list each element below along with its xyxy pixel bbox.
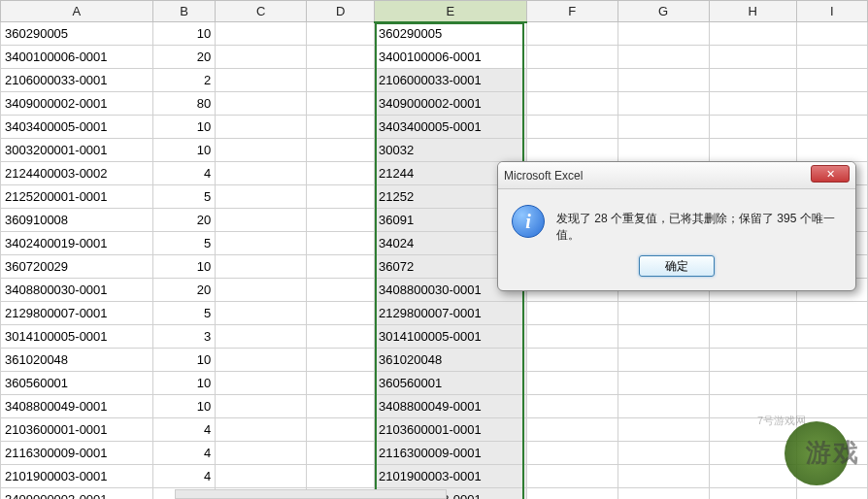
- cell-D[interactable]: [307, 325, 375, 349]
- cell-A[interactable]: 360910008: [1, 209, 153, 232]
- cell-C[interactable]: [216, 209, 307, 232]
- cell-H[interactable]: [709, 465, 796, 488]
- cell-C[interactable]: [216, 139, 307, 162]
- cell-A[interactable]: 2103600001-0001: [1, 418, 153, 442]
- cell-F[interactable]: [526, 325, 618, 349]
- cell-F[interactable]: [526, 372, 618, 395]
- cell-C[interactable]: [216, 372, 307, 395]
- cell-A[interactable]: 2116300009-0001: [1, 442, 153, 465]
- column-header-F[interactable]: F: [526, 1, 618, 22]
- cell-F[interactable]: [526, 418, 618, 442]
- cell-F[interactable]: [526, 395, 618, 418]
- cell-D[interactable]: [307, 46, 375, 69]
- cell-H[interactable]: [709, 302, 796, 325]
- cell-C[interactable]: [216, 349, 307, 372]
- cell-A[interactable]: 2124400003-0002: [1, 162, 153, 185]
- cell-H[interactable]: [709, 488, 796, 500]
- cell-B[interactable]: 10: [152, 395, 216, 418]
- cell-E[interactable]: 3408800049-0001: [375, 395, 527, 418]
- cell-D[interactable]: [307, 465, 375, 488]
- column-header-D[interactable]: D: [307, 1, 375, 22]
- cell-B[interactable]: 4: [152, 418, 216, 442]
- cell-D[interactable]: [307, 185, 375, 209]
- cell-H[interactable]: [709, 349, 796, 372]
- cell-A[interactable]: 360720029: [1, 255, 153, 279]
- cell-C[interactable]: [216, 185, 307, 209]
- cell-C[interactable]: [216, 92, 307, 116]
- cell-B[interactable]: 10: [152, 349, 216, 372]
- cell-E[interactable]: 2106000033-0001: [375, 69, 527, 92]
- cell-H[interactable]: [709, 442, 796, 465]
- cell-F[interactable]: [526, 465, 618, 488]
- cell-G[interactable]: [618, 116, 709, 139]
- cell-F[interactable]: [526, 92, 618, 116]
- cell-I[interactable]: [796, 69, 867, 92]
- cell-H[interactable]: [709, 116, 796, 139]
- cell-D[interactable]: [307, 116, 375, 139]
- cell-C[interactable]: [216, 232, 307, 255]
- cell-G[interactable]: [618, 302, 709, 325]
- cell-F[interactable]: [526, 22, 618, 46]
- cell-E[interactable]: 2101900003-0001: [375, 465, 527, 488]
- cell-A[interactable]: 3409000003-0001: [1, 488, 153, 500]
- cell-B[interactable]: 10: [152, 116, 216, 139]
- column-header-C[interactable]: C: [216, 1, 307, 22]
- cell-D[interactable]: [307, 442, 375, 465]
- column-header-I[interactable]: I: [796, 1, 867, 22]
- cell-G[interactable]: [618, 22, 709, 46]
- cell-I[interactable]: [796, 325, 867, 349]
- cell-G[interactable]: [618, 488, 709, 500]
- cell-H[interactable]: [709, 139, 796, 162]
- dialog-titlebar[interactable]: Microsoft Excel ✕: [498, 162, 855, 189]
- cell-G[interactable]: [618, 69, 709, 92]
- cell-D[interactable]: [307, 395, 375, 418]
- cell-E[interactable]: 2129800007-0001: [375, 302, 527, 325]
- cell-D[interactable]: [307, 162, 375, 185]
- cell-E[interactable]: 3409000002-0001: [375, 92, 527, 116]
- cell-C[interactable]: [216, 302, 307, 325]
- cell-D[interactable]: [307, 255, 375, 279]
- cell-D[interactable]: [307, 139, 375, 162]
- cell-I[interactable]: [796, 488, 867, 500]
- cell-A[interactable]: 2125200001-0001: [1, 185, 153, 209]
- column-header-A[interactable]: A: [1, 1, 153, 22]
- cell-A[interactable]: 361020048: [1, 349, 153, 372]
- cell-A[interactable]: 3408800049-0001: [1, 395, 153, 418]
- cell-F[interactable]: [526, 302, 618, 325]
- cell-G[interactable]: [618, 465, 709, 488]
- cell-F[interactable]: [526, 139, 618, 162]
- cell-C[interactable]: [216, 395, 307, 418]
- cell-B[interactable]: 5: [152, 302, 216, 325]
- cell-B[interactable]: 4: [152, 442, 216, 465]
- cell-C[interactable]: [216, 325, 307, 349]
- cell-B[interactable]: 10: [152, 22, 216, 46]
- cell-B[interactable]: 80: [152, 92, 216, 116]
- cell-D[interactable]: [307, 209, 375, 232]
- cell-D[interactable]: [307, 372, 375, 395]
- cell-C[interactable]: [216, 162, 307, 185]
- cell-D[interactable]: [307, 92, 375, 116]
- cell-C[interactable]: [216, 22, 307, 46]
- cell-D[interactable]: [307, 349, 375, 372]
- cell-E[interactable]: 3014100005-0001: [375, 325, 527, 349]
- cell-C[interactable]: [216, 255, 307, 279]
- cell-B[interactable]: 2: [152, 69, 216, 92]
- cell-G[interactable]: [618, 372, 709, 395]
- cell-H[interactable]: [709, 372, 796, 395]
- cell-B[interactable]: 20: [152, 279, 216, 302]
- cell-A[interactable]: 2106000033-0001: [1, 69, 153, 92]
- cell-I[interactable]: [796, 46, 867, 69]
- cell-C[interactable]: [216, 69, 307, 92]
- cell-I[interactable]: [796, 442, 867, 465]
- cell-I[interactable]: [796, 372, 867, 395]
- column-header-G[interactable]: G: [618, 1, 709, 22]
- cell-B[interactable]: 4: [152, 162, 216, 185]
- cell-F[interactable]: [526, 488, 618, 500]
- cell-B[interactable]: 10: [152, 139, 216, 162]
- cell-E[interactable]: 2103600001-0001: [375, 418, 527, 442]
- cell-B[interactable]: 10: [152, 372, 216, 395]
- cell-B[interactable]: 10: [152, 255, 216, 279]
- cell-I[interactable]: [796, 22, 867, 46]
- cell-I[interactable]: [796, 465, 867, 488]
- cell-G[interactable]: [618, 139, 709, 162]
